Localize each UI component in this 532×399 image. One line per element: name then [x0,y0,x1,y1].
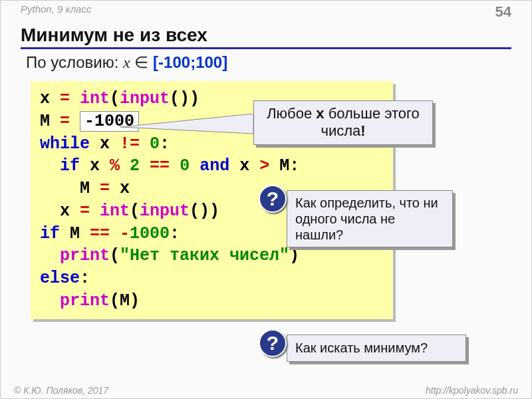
condition-line: По условию: x ∈ [-100;100] [26,53,511,72]
page-number: 54 [495,3,511,21]
callout-how-detect: Как определить, что ни одного числа не н… [287,190,453,247]
slide-footer: © К.Ю. Поляков, 2017 http://kpolyakov.sp… [1,385,531,396]
condition-sym: ∈ [130,53,153,71]
callout-find-min: Как искать минимум? [287,334,466,362]
slide-title: Минимум не из всех [21,25,207,45]
slide-header: Python, 9 класс 54 [1,1,531,21]
question-mark-icon: ? [259,185,287,213]
title-row: Минимум не из всех [21,25,511,49]
callout-any-x: Любое x больше этого числа! [253,100,433,145]
footer-url: http://kpolyakov.spb.ru [426,385,518,396]
question-mark-icon: ? [259,329,287,357]
condition-range: [-100;100] [153,53,227,71]
value-patch: -1000 [80,111,139,132]
copyright: © К.Ю. Поляков, 2017 [14,385,108,396]
condition-var: x [123,54,130,71]
condition-label: По условию: [26,53,123,71]
course-label: Python, 9 класс [21,3,91,21]
